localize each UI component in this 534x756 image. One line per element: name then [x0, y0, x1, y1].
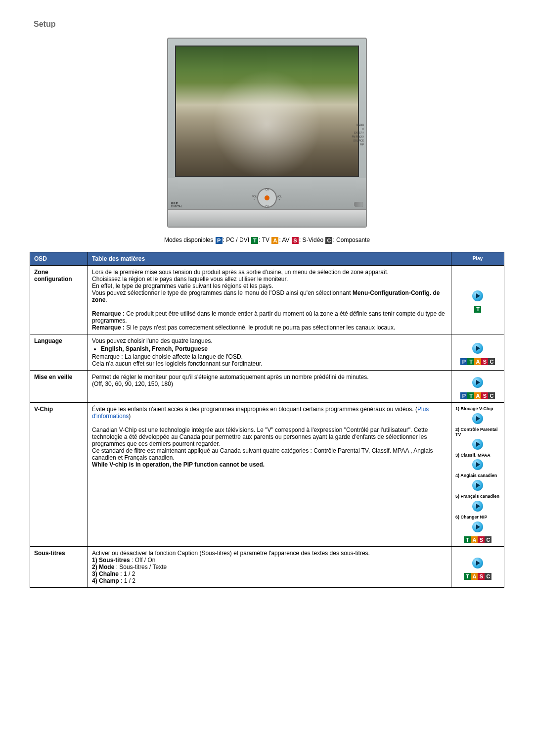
mode-badge-row: PTASC	[455, 392, 500, 399]
mode-badge-p: P	[216, 237, 222, 244]
power-button-icon	[265, 195, 269, 200]
play-icon[interactable]	[472, 377, 483, 388]
mode-badge-s-icon: S	[478, 573, 485, 580]
toc-cell: Lors de la première mise sous tension du…	[88, 265, 451, 334]
mode-badge-c: C	[325, 237, 332, 244]
vchip-item-label: 3) Classif. MPAA	[455, 453, 500, 458]
mode-badge-a-icon: A	[471, 536, 478, 543]
play-cell: TASC	[451, 547, 504, 588]
mode-badge-a-icon: A	[474, 358, 481, 365]
speaker-grille-icon	[354, 202, 363, 207]
mode-badge-t-icon: T	[467, 392, 474, 399]
mode-badge-p-icon: P	[460, 392, 467, 399]
mode-badge-c-icon: C	[488, 358, 495, 365]
vchip-item-label: 2) Contrôle Parental TV	[455, 427, 500, 437]
mode-badge-c-icon: C	[485, 573, 491, 580]
tv-control-ring: CH VOL− VOL+ CH	[257, 188, 277, 208]
volume-up-label: VOL+	[277, 195, 282, 201]
mode-badge-s-icon: S	[478, 536, 485, 543]
tv-screen	[175, 46, 359, 177]
channel-down-label: CH	[265, 205, 268, 208]
toc-cell: Évite que les enfants n'aient accès à de…	[88, 402, 451, 546]
tv-product-image: MENU A ENTER / FM RADIO SOURCE PIP BBE D…	[167, 38, 367, 228]
mode-badge-p-icon: P	[460, 358, 467, 365]
play-icon[interactable]	[472, 459, 483, 470]
mode-badge-c-icon: C	[488, 392, 495, 399]
play-cell: 1) Blocage V-Chip2) Contrôle Parental TV…	[451, 402, 504, 546]
tv-bezel: BBE DIGITAL CH VOL− VOL+ CH	[168, 178, 366, 210]
mode-badge-s: S	[292, 237, 299, 244]
tv-side-labels: MENU A ENTER / FM RADIO SOURCE PIP	[352, 123, 364, 146]
available-modes-legend: Modes disponibles P: PC / DVI T: TV A: A…	[30, 236, 504, 244]
vchip-item-label: 5) Français canadien	[455, 494, 500, 499]
col-header-play: Play	[451, 252, 504, 265]
tv-base	[168, 209, 366, 227]
volume-down-label: VOL−	[252, 195, 257, 201]
osd-name-cell: V-Chip	[30, 402, 88, 546]
osd-name-cell: Language	[30, 334, 88, 370]
tv-brand: BBE DIGITAL	[171, 202, 182, 208]
table-row: Zone configurationLors de la première mi…	[30, 265, 504, 334]
mode-badge-t-icon: T	[474, 306, 481, 313]
play-icon[interactable]	[472, 558, 483, 568]
play-icon[interactable]	[472, 343, 483, 354]
mode-badge-t-icon: T	[467, 358, 474, 365]
mode-badge-a: A	[271, 237, 278, 244]
osd-name-cell: Mise en veille	[30, 370, 88, 402]
vchip-item-label: 6) Changer NIP	[455, 515, 500, 520]
play-cell: PTASC	[451, 370, 504, 402]
play-icon[interactable]	[472, 480, 483, 491]
mode-badge-a-icon: A	[471, 573, 478, 580]
col-header-toc: Table des matières	[88, 252, 451, 265]
vchip-item-label: 4) Anglais canadien	[455, 473, 500, 478]
mode-badge-s-icon: S	[481, 392, 488, 399]
mode-badge-t-icon: T	[464, 536, 471, 543]
mode-badge-t-icon: T	[464, 573, 471, 580]
toc-cell: Permet de régler le moniteur pour qu'il …	[88, 370, 451, 402]
play-icon[interactable]	[472, 413, 483, 424]
play-icon[interactable]	[472, 501, 483, 512]
section-title: Setup	[34, 20, 504, 29]
toc-cell: Activer ou désactiver la fonction Captio…	[88, 547, 451, 588]
toc-cell: Vous pouvez choisir l'une des quatre lan…	[88, 334, 451, 370]
play-icon[interactable]	[472, 290, 483, 301]
table-row: Mise en veillePermet de régler le monite…	[30, 370, 504, 402]
setup-table: OSD Table des matières Play Zone configu…	[30, 252, 504, 588]
vchip-item-label: 1) Blocage V-Chip	[455, 407, 500, 412]
mode-badge-row: TASC	[455, 536, 500, 543]
play-icon[interactable]	[472, 439, 483, 450]
mode-badge-row: PTASC	[455, 358, 500, 365]
mode-badge-s-icon: S	[481, 358, 488, 365]
channel-up-label: CH	[265, 188, 268, 191]
play-icon[interactable]	[472, 521, 483, 532]
mode-badge-t: T	[251, 237, 258, 244]
table-row: Sous-titresActiver ou désactiver la fonc…	[30, 547, 504, 588]
play-cell: T	[451, 265, 504, 334]
mode-badge-a-icon: A	[474, 392, 481, 399]
col-header-osd: OSD	[30, 252, 88, 265]
play-cell: PTASC	[451, 334, 504, 370]
mode-badge-c-icon: C	[485, 536, 491, 543]
osd-name-cell: Sous-titres	[30, 547, 88, 588]
mode-badge-row: TASC	[455, 573, 500, 580]
osd-name-cell: Zone configuration	[30, 265, 88, 334]
table-row: V-ChipÉvite que les enfants n'aient accè…	[30, 402, 504, 546]
mode-badge-row: T	[455, 306, 500, 313]
table-row: LanguageVous pouvez choisir l'une des qu…	[30, 334, 504, 370]
